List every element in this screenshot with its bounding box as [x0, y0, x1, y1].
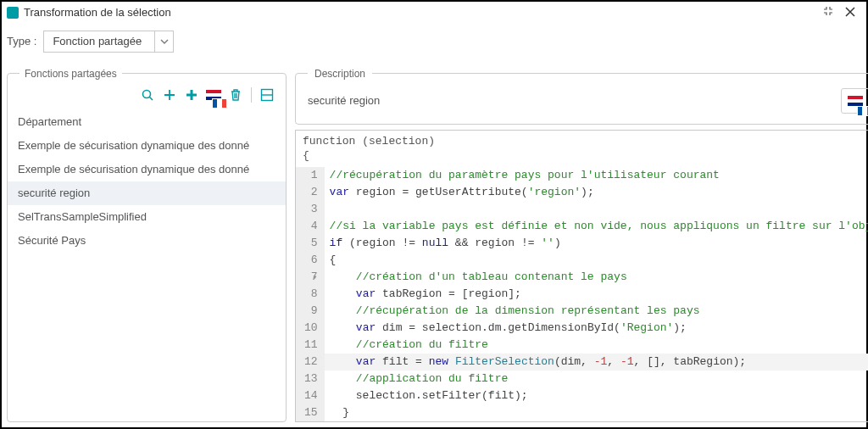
window-root: Transformation de la sélection Type : Fo…	[0, 0, 868, 429]
description-panel: Description securité region	[295, 68, 868, 125]
code-editor-container: function (selection) { 123456 ▾789101112…	[295, 130, 868, 422]
list-item[interactable]: Exemple de sécurisation dynamique des do…	[8, 134, 286, 158]
type-label: Type :	[7, 35, 36, 47]
plus-heavy-icon[interactable]	[181, 85, 202, 105]
window-title: Transformation de la sélection	[24, 6, 817, 19]
shared-functions-panel: Fonctions partagées	[7, 68, 287, 422]
flag-uk-icon	[848, 96, 863, 106]
flag-fr-icon	[857, 106, 868, 116]
svg-point-0	[143, 90, 151, 98]
code-lines[interactable]: //récupération du paramètre pays pour l'…	[325, 167, 868, 421]
type-combobox-value: Fonction partagée	[44, 35, 154, 47]
line-number-gutter: 123456 ▾789101112131415	[296, 167, 325, 421]
description-text: securité region	[308, 94, 841, 107]
list-item[interactable]: Département	[8, 110, 286, 134]
trash-icon[interactable]	[225, 85, 246, 105]
description-legend: Description	[308, 68, 372, 80]
shared-function-list: DépartementExemple de sécurisation dynam…	[8, 110, 286, 253]
function-signature: function (selection) {	[296, 131, 868, 167]
titlebar: Transformation de la sélection	[2, 2, 866, 24]
type-combobox[interactable]: Fonction partagée	[43, 31, 174, 53]
right-pane: Description securité region function (se…	[295, 68, 868, 422]
list-item[interactable]: securité region	[8, 181, 286, 205]
type-row: Type : Fonction partagée	[2, 24, 866, 64]
plus-icon[interactable]	[159, 85, 180, 105]
main-area: Fonctions partagées	[2, 64, 866, 427]
chevron-down-icon[interactable]	[154, 31, 173, 52]
shared-toolbar	[8, 80, 286, 110]
code-editor[interactable]: 123456 ▾789101112131415 //récupération d…	[296, 167, 868, 421]
maximize-button[interactable]	[817, 5, 839, 20]
list-item[interactable]: Exemple de sécurisation dynamique des do…	[8, 158, 286, 181]
svg-line-1	[150, 97, 153, 100]
close-button[interactable]	[839, 6, 861, 20]
language-flags-button[interactable]	[841, 88, 868, 114]
toolbar-separator	[251, 87, 252, 103]
list-item[interactable]: Sécurité Pays	[8, 229, 286, 253]
list-item[interactable]: SelTransSampleSimplified	[8, 205, 286, 229]
app-icon	[7, 7, 19, 19]
layout-icon[interactable]	[257, 85, 277, 105]
flags-icon[interactable]	[203, 85, 224, 105]
shared-functions-legend: Fonctions partagées	[19, 68, 122, 80]
search-icon[interactable]	[137, 85, 158, 105]
